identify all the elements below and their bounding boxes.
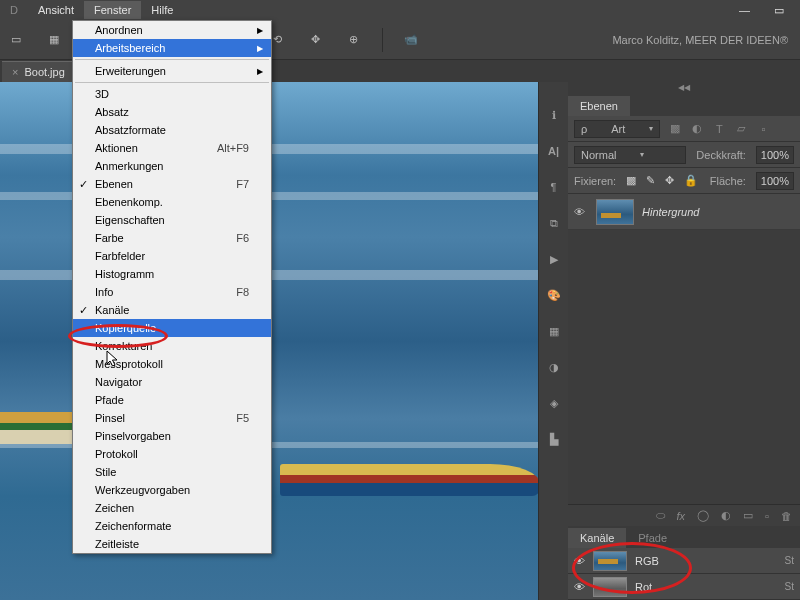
menu-item-eigenschaften[interactable]: Eigenschaften: [73, 211, 271, 229]
adjustments-icon[interactable]: ◑: [545, 358, 563, 376]
fenster-dropdown: AnordnenArbeitsbereichErweiterungen3DAbs…: [72, 20, 272, 554]
menu-hilfe[interactable]: Hilfe: [141, 1, 183, 19]
menu-item-label: Korrekturen: [95, 340, 152, 352]
filter-pixel-icon[interactable]: ▩: [668, 122, 682, 135]
window-restore-icon[interactable]: ▭: [764, 1, 794, 20]
menu-item-absatz[interactable]: Absatz: [73, 103, 271, 121]
blend-mode-select[interactable]: Normal▾: [574, 146, 686, 164]
filter-shape-icon[interactable]: ▱: [734, 122, 748, 135]
menu-item-aktionen[interactable]: AktionenAlt+F9: [73, 139, 271, 157]
layer-thumbnail[interactable]: [596, 199, 634, 225]
menu-ansicht[interactable]: Ansicht: [28, 1, 84, 19]
tool-icon-a[interactable]: ▭: [6, 30, 26, 50]
menu-item-farbfelder[interactable]: Farbfelder: [73, 247, 271, 265]
menu-item-messprotokoll[interactable]: Messprotokoll: [73, 355, 271, 373]
menu-item-navigator[interactable]: Navigator: [73, 373, 271, 391]
collapse-panels-icon[interactable]: ◀◀: [568, 82, 800, 94]
zoom-icon[interactable]: ⊕: [344, 30, 364, 50]
new-group-icon[interactable]: ▭: [743, 509, 753, 522]
tab-close-icon[interactable]: ×: [12, 66, 18, 78]
menu-item-ebenenkomp-[interactable]: Ebenenkomp.: [73, 193, 271, 211]
tab-pfade[interactable]: Pfade: [626, 528, 679, 548]
lock-move-icon[interactable]: ✥: [665, 174, 674, 187]
clone-source-icon[interactable]: ⧉: [545, 214, 563, 232]
tab-kanaele[interactable]: Kanäle: [568, 528, 626, 548]
menu-item-ebenen[interactable]: ✓EbenenF7: [73, 175, 271, 193]
menu-item-farbe[interactable]: FarbeF6: [73, 229, 271, 247]
filter-type-icon[interactable]: T: [712, 123, 726, 135]
pan-icon[interactable]: ✥: [306, 30, 326, 50]
menu-item-absatzformate[interactable]: Absatzformate: [73, 121, 271, 139]
menu-item-histogramm[interactable]: Histogramm: [73, 265, 271, 283]
camera-icon[interactable]: 📹: [401, 30, 421, 50]
layer-list: 👁 Hintergrund: [568, 194, 800, 230]
menu-item-kopierquelle[interactable]: Kopierquelle: [73, 319, 271, 337]
tool-icon-b[interactable]: ▦: [44, 30, 64, 50]
filter-smart-icon[interactable]: ▫: [756, 123, 770, 135]
document-tab[interactable]: × Boot.jpg: [2, 61, 75, 82]
menu-item-werkzeugvorgaben[interactable]: Werkzeugvorgaben: [73, 481, 271, 499]
visibility-eye-icon[interactable]: 👁: [574, 581, 585, 593]
opacity-value[interactable]: 100%: [756, 146, 794, 164]
lock-brush-icon[interactable]: ✎: [646, 174, 655, 187]
fx-icon[interactable]: fx: [677, 510, 686, 522]
menu-separator: [75, 59, 269, 60]
window-minimize-icon[interactable]: —: [729, 1, 760, 20]
menu-item-label: Anordnen: [95, 24, 143, 36]
new-fill-icon[interactable]: ◐: [721, 509, 731, 522]
paragraph-icon[interactable]: ¶: [545, 178, 563, 196]
menu-item-label: Aktionen: [95, 142, 138, 154]
actions-icon[interactable]: ▶: [545, 250, 563, 268]
layer-row[interactable]: 👁 Hintergrund: [568, 194, 800, 230]
menu-item-korrekturen[interactable]: Korrekturen: [73, 337, 271, 355]
menu-partial[interactable]: D: [10, 1, 28, 19]
lock-all-icon[interactable]: 🔒: [684, 174, 698, 187]
menu-item-zeitleiste[interactable]: Zeitleiste: [73, 535, 271, 553]
navigator-icon[interactable]: ◈: [545, 394, 563, 412]
menu-item-erweiterungen[interactable]: Erweiterungen: [73, 62, 271, 80]
menu-fenster[interactable]: Fenster: [84, 1, 141, 19]
channel-list: 👁 RGB St 👁 Rot St: [568, 548, 800, 600]
menu-item-anordnen[interactable]: Anordnen: [73, 21, 271, 39]
styles-icon[interactable]: ▦: [545, 322, 563, 340]
menu-item-zeichenformate[interactable]: Zeichenformate: [73, 517, 271, 535]
menu-item-3d[interactable]: 3D: [73, 85, 271, 103]
link-layers-icon[interactable]: ⬭: [656, 509, 665, 522]
layer-filter-select[interactable]: ρArt▾: [574, 120, 660, 138]
menu-item-label: Kopierquelle: [95, 322, 156, 334]
mask-icon[interactable]: ◯: [697, 509, 709, 522]
menu-item-stile[interactable]: Stile: [73, 463, 271, 481]
menu-item-pinselvorgaben[interactable]: Pinselvorgaben: [73, 427, 271, 445]
menu-item-protokoll[interactable]: Protokoll: [73, 445, 271, 463]
channel-thumbnail[interactable]: [593, 551, 627, 571]
menu-shortcut: F6: [236, 232, 249, 244]
swatches-icon[interactable]: 🎨: [545, 286, 563, 304]
menu-item-label: Pinsel: [95, 412, 125, 424]
menu-item-label: Farbfelder: [95, 250, 145, 262]
histogram-icon[interactable]: ▙: [545, 430, 563, 448]
menu-item-label: Pinselvorgaben: [95, 430, 171, 442]
menu-item-zeichen[interactable]: Zeichen: [73, 499, 271, 517]
menu-item-info[interactable]: InfoF8: [73, 283, 271, 301]
channel-row-rgb[interactable]: 👁 RGB St: [568, 548, 800, 574]
channel-row-rot[interactable]: 👁 Rot St: [568, 574, 800, 600]
menu-item-arbeitsbereich[interactable]: Arbeitsbereich: [73, 39, 271, 57]
menu-item-pinsel[interactable]: PinselF5: [73, 409, 271, 427]
fill-value[interactable]: 100%: [756, 172, 794, 190]
channel-thumbnail[interactable]: [593, 577, 627, 597]
tab-ebenen[interactable]: Ebenen: [568, 96, 630, 116]
character-icon[interactable]: A|: [545, 142, 563, 160]
menu-item-anmerkungen[interactable]: Anmerkungen: [73, 157, 271, 175]
menu-item-kan-le[interactable]: ✓Kanäle: [73, 301, 271, 319]
trash-icon[interactable]: 🗑: [781, 510, 792, 522]
menu-item-pfade[interactable]: Pfade: [73, 391, 271, 409]
menu-item-label: Anmerkungen: [95, 160, 164, 172]
filter-adjust-icon[interactable]: ◐: [690, 122, 704, 135]
new-layer-icon[interactable]: ▫: [765, 510, 769, 522]
menu-shortcut: F5: [236, 412, 249, 424]
info-icon[interactable]: ℹ: [545, 106, 563, 124]
separator: [382, 28, 383, 52]
visibility-eye-icon[interactable]: 👁: [574, 206, 588, 218]
visibility-eye-icon[interactable]: 👁: [574, 555, 585, 567]
lock-pixels-icon[interactable]: ▩: [626, 174, 636, 187]
